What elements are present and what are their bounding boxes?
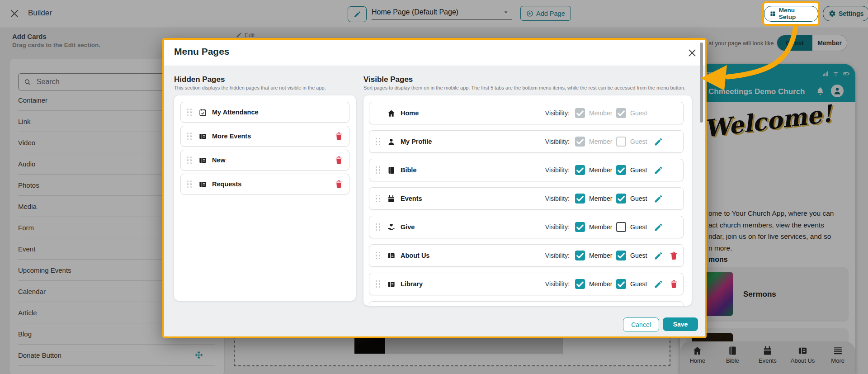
member-checkbox[interactable] — [575, 194, 585, 204]
guest-checkbox[interactable] — [616, 222, 626, 232]
hidden-page-card[interactable]: More Events — [180, 126, 349, 147]
person-icon — [387, 137, 396, 146]
hidden-page-label: My Attendance — [212, 109, 344, 116]
guest-label: Guest — [630, 195, 651, 202]
visible-page-label: Give — [401, 223, 545, 231]
drag-handle-icon[interactable] — [375, 252, 381, 260]
card-grid-icon — [198, 180, 207, 189]
modal-title: Menu Pages — [174, 46, 230, 57]
guest-label: Guest — [630, 138, 651, 145]
menu-setup-highlight: Menu Setup — [762, 1, 820, 26]
visible-page-row[interactable]: LibraryVisibility:MemberGuest — [369, 273, 684, 295]
drag-handle-icon[interactable] — [375, 195, 381, 203]
visible-page-row[interactable]: BibleVisibility:MemberGuest — [369, 159, 684, 181]
save-button[interactable]: Save — [663, 317, 698, 331]
visible-page-row[interactable]: HomeVisibility:MemberGuest — [369, 102, 684, 124]
hidden-page-card[interactable]: Requests — [180, 174, 349, 194]
give-icon — [387, 223, 396, 232]
visible-page-label: Events — [401, 195, 545, 202]
member-label: Member — [589, 138, 616, 145]
guest-label: Guest — [630, 252, 651, 259]
visibility-label: Visibility: — [545, 223, 570, 231]
guest-label: Guest — [630, 280, 651, 288]
delete-icon[interactable] — [334, 156, 344, 165]
visible-page-label: Bible — [401, 166, 545, 174]
visible-page-row[interactable]: GiveVisibility:MemberGuest — [369, 216, 684, 238]
card-grid-icon — [198, 156, 207, 165]
cancel-button[interactable]: Cancel — [623, 317, 659, 332]
visibility-label: Visibility: — [545, 280, 570, 288]
visible-pages-title: Visible Pages — [363, 75, 413, 84]
edit-page-icon[interactable] — [654, 137, 663, 147]
visible-pages-panel: HomeVisibility:MemberGuestMy ProfileVisi… — [363, 95, 692, 306]
grid-icon — [769, 10, 776, 17]
guest-checkbox[interactable] — [616, 279, 626, 289]
visible-pages-subtitle: Sort pages to display them on in the mob… — [363, 85, 685, 90]
card-grid-icon — [198, 132, 207, 141]
edit-page-icon[interactable] — [654, 223, 663, 232]
member-label: Member — [589, 280, 616, 288]
visibility-label: Visibility: — [545, 109, 570, 117]
visible-page-label: Home — [401, 109, 545, 117]
visibility-label: Visibility: — [545, 138, 570, 145]
hidden-page-card[interactable]: New — [180, 150, 349, 170]
guest-label: Guest — [630, 223, 651, 231]
close-icon[interactable] — [687, 48, 697, 58]
delete-icon[interactable] — [334, 180, 344, 189]
drag-handle-icon[interactable] — [186, 133, 193, 140]
guest-checkbox — [616, 137, 626, 147]
drag-handle-icon[interactable] — [186, 156, 193, 164]
guest-checkbox[interactable] — [616, 194, 626, 204]
delete-icon[interactable] — [334, 132, 344, 141]
calendar-icon — [387, 194, 396, 203]
visible-page-label: Library — [401, 280, 545, 288]
member-label: Member — [589, 109, 616, 117]
member-checkbox[interactable] — [575, 251, 585, 260]
book-icon — [387, 166, 396, 175]
menu-setup-label: Menu Setup — [779, 7, 813, 20]
guest-label: Guest — [630, 109, 651, 117]
member-checkbox[interactable] — [575, 279, 585, 289]
member-checkbox[interactable] — [575, 222, 585, 232]
member-label: Member — [589, 223, 616, 231]
hidden-pages-title: Hidden Pages — [174, 75, 225, 84]
hidden-page-label: More Events — [212, 133, 334, 140]
delete-page-icon[interactable] — [669, 279, 679, 289]
drag-handle-icon[interactable] — [186, 109, 193, 116]
guest-label: Guest — [630, 166, 651, 174]
edit-page-icon[interactable] — [654, 279, 663, 289]
drag-handle-icon[interactable] — [375, 223, 381, 231]
visible-page-row[interactable]: About UsVisibility:MemberGuest — [369, 244, 684, 267]
hidden-page-card[interactable]: My Attendance — [180, 102, 349, 123]
hidden-page-label: Requests — [212, 180, 334, 188]
menu-pages-modal: Menu Pages Hidden Pages This section dis… — [162, 38, 707, 338]
edit-page-icon[interactable] — [654, 194, 663, 204]
delete-page-icon[interactable] — [669, 251, 679, 260]
member-label: Member — [589, 252, 616, 259]
guest-checkbox — [616, 108, 626, 118]
visible-page-label: My Profile — [401, 138, 545, 145]
drag-handle-icon[interactable] — [375, 138, 381, 146]
visible-page-row[interactable]: My ProfileVisibility:MemberGuest — [369, 130, 684, 153]
builder-screen: Builder Home Page (Default Page) Add Pag… — [0, 0, 868, 374]
edit-page-icon[interactable] — [654, 251, 663, 260]
hidden-page-label: New — [212, 156, 334, 164]
member-checkbox — [575, 137, 585, 147]
edit-page-icon[interactable] — [654, 166, 663, 175]
visible-page-label: About Us — [401, 252, 545, 259]
menu-setup-button[interactable]: Menu Setup — [764, 6, 818, 22]
visibility-label: Visibility: — [545, 252, 570, 259]
drag-handle-icon[interactable] — [375, 280, 381, 288]
calendar-check-icon — [198, 108, 207, 117]
visibility-label: Visibility: — [545, 166, 570, 174]
hidden-pages-panel: My AttendanceMore EventsNewRequests — [174, 95, 356, 301]
drag-handle-icon[interactable] — [186, 180, 193, 188]
visible-page-row-partial — [369, 301, 684, 306]
drag-handle-icon[interactable] — [375, 166, 381, 174]
guest-checkbox[interactable] — [616, 165, 626, 175]
modal-header — [164, 40, 705, 66]
guest-checkbox[interactable] — [616, 251, 626, 260]
member-checkbox[interactable] — [575, 165, 585, 175]
scrollbar-thumb[interactable] — [700, 43, 703, 123]
visible-page-row[interactable]: EventsVisibility:MemberGuest — [369, 187, 684, 210]
